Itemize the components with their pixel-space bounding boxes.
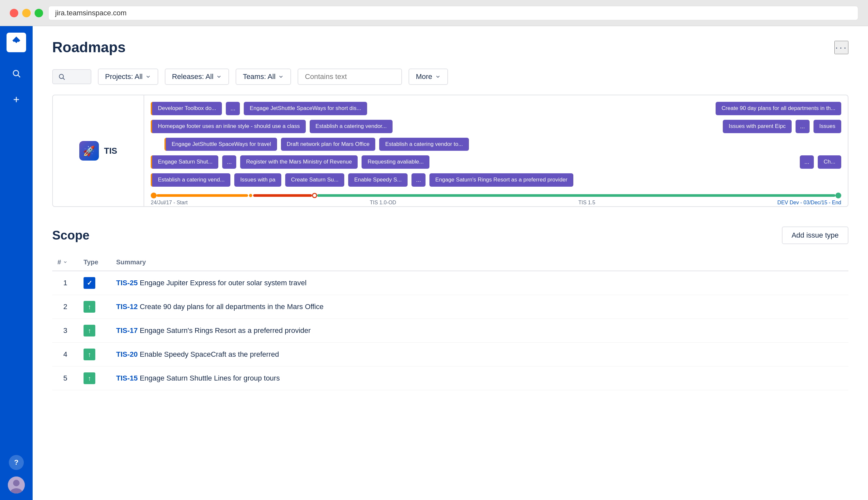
chip[interactable]: Engage JetShuttle SpaceWays for travel [164, 138, 277, 151]
url-bar[interactable]: jira.teamsinspace.com [48, 6, 858, 20]
chip[interactable]: Developer Toolbox do... [151, 102, 222, 115]
chip[interactable]: Draft network plan for Mars Office [281, 138, 376, 151]
task-type-icon: ↑ [83, 349, 95, 360]
chip[interactable]: Engage Saturn's Rings Resort as a prefer… [430, 173, 573, 187]
issue-summary-cell: TIS-12 Create 90 day plans for all depar… [111, 295, 848, 319]
col-type: Type [78, 254, 111, 271]
text-filter-input[interactable] [298, 69, 402, 85]
scope-table: # Type Summary 1 ✓ TIS-25 Engage Ju [52, 254, 848, 390]
page-header: Roadmaps ··· [52, 39, 848, 56]
timeline-segment-green [317, 194, 835, 197]
issue-summary-cell: TIS-20 Enable Speedy SpaceCraft as the p… [111, 343, 848, 366]
chip-ellipsis[interactable]: ... [800, 155, 814, 169]
timeline-start-label: 24/Jul/17 - Start [151, 200, 187, 206]
create-icon[interactable] [8, 91, 24, 108]
col-num[interactable]: # [52, 254, 78, 271]
fullscreen-dot[interactable] [35, 9, 43, 17]
search-icon[interactable] [8, 65, 24, 82]
chip-ellipsis[interactable]: ... [226, 102, 240, 115]
close-dot[interactable] [10, 9, 18, 17]
timeline-mid-dot-2 [312, 193, 317, 198]
issue-id-link[interactable]: TIS-17 [116, 326, 138, 334]
scope-title: Scope [52, 228, 89, 242]
timeline-end-dot [835, 193, 841, 198]
svg-point-7 [59, 75, 64, 79]
issue-id-link[interactable]: TIS-15 [116, 374, 138, 382]
user-avatar[interactable] [8, 477, 25, 493]
issue-summary-cell: TIS-17 Engage Saturn's Rings Resort as a… [111, 319, 848, 343]
chevron-down-icon [216, 74, 222, 80]
chip[interactable]: Requesting avaliable... [362, 155, 430, 169]
story-type-icon: ✓ [83, 277, 95, 289]
page-title: Roadmaps [52, 39, 126, 56]
chip[interactable]: Establish a catering vend... [151, 173, 230, 187]
chip[interactable]: Engage JetShuttle SpaceWays for short di… [244, 102, 367, 115]
chip[interactable]: Ch... [818, 155, 841, 169]
more-options-button[interactable]: ··· [834, 41, 848, 54]
table-row: 4 ↑ TIS-20 Enable Speedy SpaceCraft as t… [52, 343, 848, 366]
issue-id-link[interactable]: TIS-25 [116, 279, 138, 287]
issue-id-link[interactable]: TIS-12 [116, 303, 138, 311]
roadmap-left-panel: 🚀 TIS [53, 95, 144, 206]
releases-filter[interactable]: Releases: All [165, 69, 229, 85]
swimlane-row-4: Engage Saturn Shut... ... Register with … [151, 155, 841, 169]
swimlane-row-3: Engage JetShuttle SpaceWays for travel D… [151, 138, 841, 151]
chevron-down-icon [145, 74, 151, 80]
svg-point-0 [13, 70, 19, 76]
svg-point-5 [13, 480, 20, 486]
project-badge: 🚀 TIS [79, 141, 117, 161]
svg-line-1 [18, 75, 20, 77]
row-num: 3 [52, 319, 78, 343]
timeline-start-dot [151, 193, 157, 198]
chip-ellipsis[interactable]: ... [222, 155, 236, 169]
chip[interactable]: Issues [813, 120, 841, 133]
issue-type-cell: ↑ [78, 319, 111, 343]
add-issue-type-button[interactable]: Add issue type [782, 227, 848, 244]
table-body: 1 ✓ TIS-25 Engage Jupiter Express for ou… [52, 271, 848, 390]
issue-type-cell: ✓ [78, 271, 111, 295]
search-icon [58, 73, 65, 80]
timeline-mid1-label: TIS 1.0-OD [370, 200, 396, 206]
chip-ellipsis[interactable]: ... [796, 120, 810, 133]
swimlane-row-2: Homepage footer uses an inline style - s… [151, 120, 841, 133]
chip[interactable]: Enable Speedy S... [348, 173, 408, 187]
issue-summary-text: Engage Jupiter Express for outer solar s… [140, 279, 306, 287]
table-header: # Type Summary [52, 254, 848, 271]
issue-id-link[interactable]: TIS-20 [116, 350, 138, 359]
chip[interactable]: Issues with pa [234, 173, 281, 187]
chevron-down-icon [278, 74, 284, 80]
sidebar: ? [0, 26, 33, 500]
more-filter-button[interactable]: More [409, 69, 448, 85]
swimlane-row-5: Establish a catering vend... Issues with… [151, 173, 841, 187]
issue-summary-cell: TIS-15 Engage Saturn Shuttle Lines for g… [111, 366, 848, 390]
search-button[interactable] [52, 69, 91, 84]
app-logo[interactable] [7, 33, 26, 52]
chip[interactable]: Create 90 day plans for all departments … [716, 102, 841, 115]
table-row: 5 ↑ TIS-15 Engage Saturn Shuttle Lines f… [52, 366, 848, 390]
table-row: 2 ↑ TIS-12 Create 90 day plans for all d… [52, 295, 848, 319]
chip[interactable]: Establish a catering vendor... [310, 120, 392, 133]
help-button[interactable]: ? [9, 455, 24, 470]
timeline-mid-dot-1 [248, 193, 253, 198]
issue-type-cell: ↑ [78, 343, 111, 366]
task-type-icon: ↑ [83, 372, 95, 384]
swimlane-row-1: Developer Toolbox do... ... Engage JetSh… [151, 102, 841, 115]
main-content: Roadmaps ··· Projects: All Releases: All… [33, 26, 868, 500]
issue-type-cell: ↑ [78, 366, 111, 390]
chip[interactable]: Create Saturn Su... [285, 173, 345, 187]
task-type-icon: ↑ [83, 301, 95, 312]
issue-summary-text: Engage Saturn Shuttle Lines for group to… [140, 374, 279, 382]
teams-filter[interactable]: Teams: All [236, 69, 291, 85]
chip[interactable]: Establish a catering vendor to... [379, 138, 469, 151]
chip[interactable]: Engage Saturn Shut... [151, 155, 218, 169]
browser-dots [10, 9, 43, 17]
chip[interactable]: Homepage footer uses an inline style - s… [151, 120, 306, 133]
roadmap-right-panel: Developer Toolbox do... ... Engage JetSh… [144, 95, 848, 206]
chip-ellipsis[interactable]: ... [411, 173, 425, 187]
minimize-dot[interactable] [22, 9, 31, 17]
chip[interactable]: Register with the Mars Ministry of Reven… [240, 155, 358, 169]
sort-icon [63, 260, 68, 264]
projects-filter[interactable]: Projects: All [98, 69, 158, 85]
chip[interactable]: Issues with parent Eipc [723, 120, 792, 133]
browser-chrome: jira.teamsinspace.com [0, 0, 868, 26]
